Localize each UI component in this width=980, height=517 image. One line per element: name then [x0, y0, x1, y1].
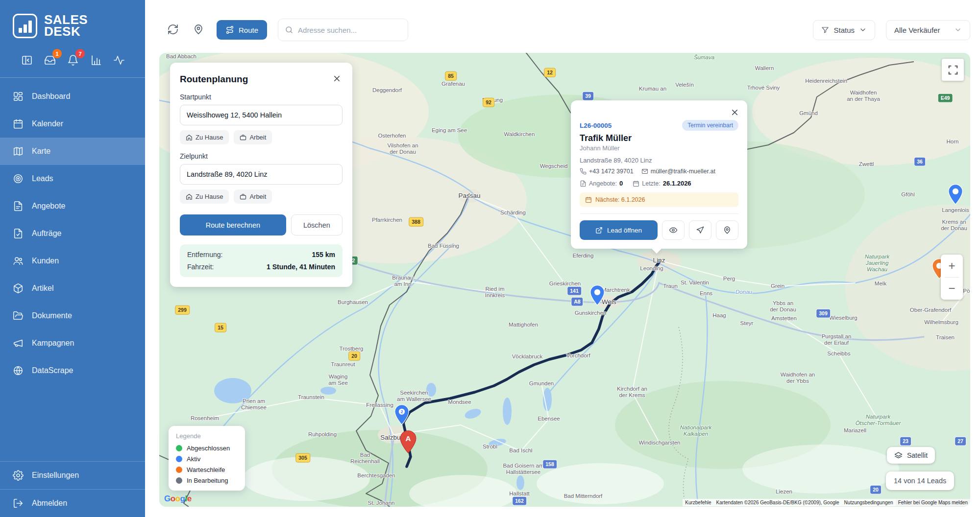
inbox-button[interactable]: 1: [43, 53, 57, 68]
phone-icon: [580, 168, 587, 175]
open-lead-button[interactable]: Lead öffnen: [580, 220, 658, 240]
megaphone-icon: [13, 338, 24, 349]
clear-route-button[interactable]: Löschen: [291, 214, 343, 235]
legend-title: Legende: [176, 432, 238, 440]
start-work-chip[interactable]: Arbeit: [234, 130, 272, 144]
sidebar-item-dashboard[interactable]: Dashboard: [0, 83, 145, 110]
start-input[interactable]: [180, 105, 343, 125]
legend-items: AbgeschlossenAktivWarteschleifeIn Bearbe…: [176, 445, 238, 484]
sidebar-item-karte[interactable]: Karte: [0, 138, 145, 165]
attribution-text: Kartendaten ©2026 GeoBasis-DE/BKG (©2009…: [714, 499, 842, 506]
zoom-in-button[interactable]: +: [941, 255, 963, 277]
package-icon: [13, 283, 24, 294]
sidebar-item-label: DataScrape: [32, 366, 74, 375]
sidebar-item-angebote[interactable]: Angebote: [0, 192, 145, 220]
filter-funnel-icon: [821, 26, 829, 34]
eye-icon: [669, 226, 678, 235]
sidebar-item-abmelden[interactable]: Abmelden: [0, 489, 145, 517]
attribution-link[interactable]: Fehler bei Google Maps melden: [896, 499, 970, 506]
calendar-icon: [633, 180, 639, 187]
folder-icon: [13, 310, 24, 321]
bar-chart-button[interactable]: [89, 53, 103, 68]
lead-status-badge: Termin vereinbart: [682, 120, 738, 131]
sidebar-item-leads[interactable]: Leads: [0, 165, 145, 192]
legend-item: In Bearbeitung: [176, 477, 238, 484]
view-lead-button[interactable]: [662, 220, 685, 240]
legend-color-dot: [176, 445, 182, 451]
bell-button[interactable]: 7: [66, 53, 80, 68]
sidebar-item-datascrape[interactable]: DataScrape: [0, 357, 145, 384]
sidebar-item-label: Kalender: [32, 119, 63, 128]
fullscreen-icon: [948, 65, 958, 75]
show-on-map-button[interactable]: [716, 220, 738, 240]
sidebar-item-label: Kunden: [32, 257, 59, 265]
close-icon: [730, 108, 739, 117]
address-search-input[interactable]: [298, 26, 401, 34]
legend-item: Abgeschlossen: [176, 445, 238, 452]
panel-left-button[interactable]: [20, 53, 34, 68]
file-icon: [580, 180, 587, 187]
dashboard-icon: [13, 91, 24, 102]
sidebar-item-kalender[interactable]: Kalender: [0, 110, 145, 138]
satellite-toggle-button[interactable]: Satellit: [887, 447, 935, 464]
locate-pin-button[interactable]: [191, 23, 206, 37]
notification-badge: 1: [52, 49, 62, 58]
legend-color-dot: [176, 467, 182, 473]
sellers-select[interactable]: Alle Verkäufer: [886, 20, 970, 40]
sidebar-item-einstellungen[interactable]: Einstellungen: [0, 461, 145, 489]
map-icon: [13, 146, 24, 157]
route-panel-close-button[interactable]: [331, 73, 343, 85]
sidebar-item-label: Abmelden: [32, 499, 67, 508]
duration-value: 1 Stunde, 41 Minuten: [267, 263, 335, 271]
layers-icon: [894, 451, 903, 460]
sidebar-item-auftraege[interactable]: Aufträge: [0, 220, 145, 247]
status-filter-button[interactable]: Status: [813, 20, 875, 40]
route-button[interactable]: Route: [217, 20, 267, 40]
target-icon: [13, 173, 24, 184]
chevron-down-icon: [859, 26, 867, 34]
start-home-chip[interactable]: Zu Hause: [180, 130, 229, 144]
sidebar-item-artikel[interactable]: Artikel: [0, 275, 145, 302]
lead-phone[interactable]: +43 1472 39701: [580, 168, 634, 175]
map-attribution: KurzbefehleKartendaten ©2026 GeoBasis-DE…: [683, 498, 970, 507]
lead-popup-card: L26-00005 Termin vereinbart Trafik Mülle…: [571, 100, 747, 249]
lead-email[interactable]: müller@trafik-mueller.at: [641, 168, 715, 175]
sidebar-item-kampagnen[interactable]: Kampagnen: [0, 329, 145, 357]
activity-button[interactable]: [112, 53, 126, 68]
google-logo[interactable]: Google: [164, 494, 192, 504]
users-icon: [13, 256, 24, 266]
target-icon: [13, 173, 24, 184]
legend-color-dot: [176, 456, 182, 462]
zoom-out-button[interactable]: −: [941, 278, 963, 300]
sidebar-item-label: Dokumente: [32, 311, 72, 320]
start-label: Startpunkt: [180, 93, 343, 101]
calendar-icon: [13, 118, 24, 129]
fullscreen-button[interactable]: [942, 59, 964, 81]
calendar-icon: [585, 196, 592, 203]
panel-left-icon: [21, 54, 33, 66]
sidebar-item-kunden[interactable]: Kunden: [0, 247, 145, 275]
sidebar-item-dokumente[interactable]: Dokumente: [0, 302, 145, 329]
sidebar-item-label: Leads: [32, 174, 53, 183]
app-root: SALES DESK 17 DashboardKalenderKarteLead…: [0, 0, 980, 517]
attribution-link[interactable]: Kurzbefehle: [683, 499, 713, 506]
lead-id[interactable]: L26-00005: [580, 122, 612, 129]
navigate-to-lead-button[interactable]: [689, 220, 711, 240]
address-search: [278, 19, 408, 41]
dest-home-chip[interactable]: Zu Hause: [180, 189, 229, 204]
dest-work-chip[interactable]: Arbeit: [234, 189, 272, 204]
send-icon: [696, 226, 705, 235]
map-canvas[interactable]: Bad AbbachDeggendorfGrafenauFreyungWaldk…: [159, 53, 970, 507]
dest-input[interactable]: [180, 164, 343, 185]
file-check-icon: [13, 228, 24, 239]
search-icon: [285, 25, 294, 34]
logout-icon: [13, 498, 24, 509]
sidebar-item-label: Dashboard: [32, 92, 70, 101]
lead-card-close-button[interactable]: [729, 107, 740, 119]
refresh-button[interactable]: [166, 23, 180, 37]
dashboard-icon: [13, 91, 24, 102]
calculate-route-button[interactable]: Route berechnen: [180, 214, 286, 235]
attribution-link[interactable]: Nutzungsbedingungen: [842, 499, 896, 506]
close-icon: [332, 74, 342, 83]
lead-last-date: Letzte: 26.1.2026: [633, 180, 691, 187]
